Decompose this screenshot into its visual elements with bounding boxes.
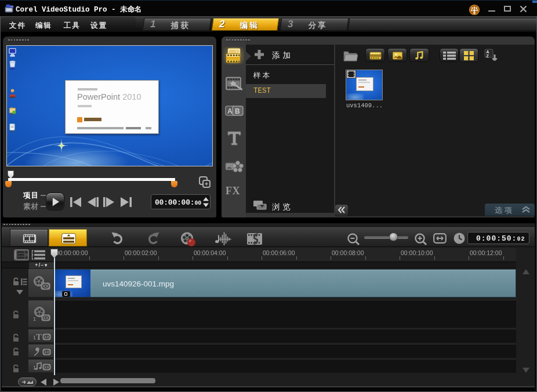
- svg-text:1: 1: [33, 316, 36, 322]
- svg-text:B: B: [235, 107, 240, 115]
- svg-text:Z: Z: [487, 54, 489, 58]
- svg-text:T: T: [36, 332, 42, 342]
- svg-text:A: A: [227, 107, 233, 115]
